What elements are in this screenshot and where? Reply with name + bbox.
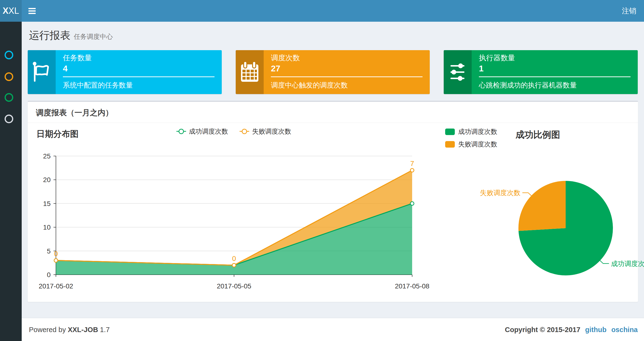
flag-icon bbox=[28, 50, 56, 94]
info-box-value: 1 bbox=[479, 64, 484, 73]
divider bbox=[271, 77, 422, 77]
info-box-description: 调度中心触发的调度次数 bbox=[271, 81, 348, 90]
sidebar-item-1[interactable] bbox=[0, 47, 22, 63]
logo-rest: XL bbox=[8, 6, 19, 16]
pie-chart-title: 成功比例图 bbox=[516, 129, 560, 141]
svg-text:20: 20 bbox=[43, 176, 50, 184]
legend-label: 成功调度次数 bbox=[458, 127, 497, 136]
top-navbar: XXL 注销 bbox=[0, 0, 644, 22]
calendar-icon bbox=[236, 50, 264, 94]
info-box-label: 执行器数量 bbox=[479, 53, 515, 63]
github-link[interactable]: github bbox=[585, 326, 607, 334]
hamburger-icon bbox=[28, 8, 36, 9]
sidebar-item-3[interactable] bbox=[0, 90, 22, 105]
legend-item[interactable]: 成功调度次数 bbox=[445, 127, 497, 136]
copyright: Copyright © 2015-2017 github oschina bbox=[505, 318, 638, 341]
circle-icon bbox=[4, 51, 13, 59]
divider bbox=[63, 77, 214, 77]
line-marker-icon bbox=[240, 129, 249, 134]
xxl-job-dashboard: XXL 注销 运行报表任务调度中心 任务数量 4 系统中配置的任务数量 bbox=[0, 0, 644, 341]
circle-icon bbox=[4, 115, 13, 123]
success-ratio-pie-chart[interactable]: 成功调度次数失败调度次数 bbox=[446, 170, 644, 300]
svg-text:2017-05-05: 2017-05-05 bbox=[217, 282, 251, 290]
swatch-icon bbox=[445, 129, 455, 135]
pie-chart-legend: 成功调度次数失败调度次数 bbox=[445, 127, 497, 149]
svg-text:2017-05-02: 2017-05-02 bbox=[38, 282, 73, 290]
info-box-value: 4 bbox=[63, 64, 68, 73]
legend-label: 失败调度次数 bbox=[252, 127, 291, 136]
svg-text:0: 0 bbox=[54, 250, 58, 257]
logout-link[interactable]: 注销 bbox=[614, 0, 644, 22]
svg-text:2017-05-08: 2017-05-08 bbox=[395, 282, 429, 290]
legend-label: 失败调度次数 bbox=[458, 140, 497, 149]
logo-bold: X bbox=[3, 6, 8, 16]
info-box-description: 心跳检测成功的执行器机器数量 bbox=[479, 81, 577, 90]
svg-text:10: 10 bbox=[43, 224, 50, 231]
sidebar-toggle-button[interactable] bbox=[24, 0, 42, 22]
svg-text:失败调度次数: 失败调度次数 bbox=[480, 189, 520, 197]
product-version: 1.7 bbox=[100, 326, 110, 334]
page-header: 运行报表任务调度中心 bbox=[29, 29, 113, 43]
page-subtitle: 任务调度中心 bbox=[74, 33, 113, 40]
report-panel: 调度报表（一月之内） 日期分布图 成功调度次数失败调度次数 0510152025… bbox=[28, 101, 638, 302]
legend-item[interactable]: 失败调度次数 bbox=[240, 127, 291, 136]
info-box-description: 系统中配置的任务数量 bbox=[63, 81, 133, 90]
product-name: XXL-JOB bbox=[68, 326, 98, 334]
divider bbox=[479, 77, 630, 77]
sliders-icon bbox=[444, 50, 472, 94]
svg-text:15: 15 bbox=[43, 200, 50, 207]
info-box-triggers: 调度次数 27 调度中心触发的调度次数 bbox=[236, 50, 430, 94]
svg-text:0: 0 bbox=[232, 255, 236, 262]
panel-header: 调度报表（一月之内） bbox=[28, 102, 638, 123]
collapsed-sidebar bbox=[0, 22, 22, 341]
svg-text:25: 25 bbox=[43, 152, 50, 160]
circle-icon bbox=[4, 72, 13, 81]
info-box-value: 27 bbox=[271, 64, 280, 73]
legend-item[interactable]: 成功调度次数 bbox=[176, 127, 228, 136]
legend-item[interactable]: 失败调度次数 bbox=[445, 140, 497, 149]
line-chart-legend: 成功调度次数失败调度次数 bbox=[31, 127, 436, 136]
line-marker-icon bbox=[176, 129, 186, 134]
circle-icon bbox=[4, 93, 13, 102]
page-title: 运行报表 bbox=[29, 30, 70, 41]
swatch-icon bbox=[445, 141, 455, 148]
info-box-label: 调度次数 bbox=[271, 53, 300, 63]
oschina-link[interactable]: oschina bbox=[611, 326, 638, 334]
sidebar-item-2[interactable] bbox=[0, 69, 22, 84]
app-logo[interactable]: XXL bbox=[0, 0, 22, 22]
legend-label: 成功调度次数 bbox=[189, 127, 228, 136]
svg-text:成功调度次数: 成功调度次数 bbox=[611, 260, 644, 267]
panel-title: 调度报表（一月之内） bbox=[36, 108, 113, 118]
powered-by: Powered by XXL-JOB 1.7 bbox=[29, 318, 110, 341]
date-distribution-chart[interactable]: 05101520252017-05-022017-05-052017-05-08… bbox=[31, 146, 441, 300]
svg-text:7: 7 bbox=[410, 160, 414, 167]
info-box-label: 任务数量 bbox=[63, 53, 92, 63]
svg-text:0: 0 bbox=[47, 271, 50, 278]
info-box-jobs: 任务数量 4 系统中配置的任务数量 bbox=[28, 50, 222, 94]
info-box-executors: 执行器数量 1 心跳检测成功的执行器机器数量 bbox=[444, 50, 638, 94]
main-footer: Powered by XXL-JOB 1.7 Copyright © 2015-… bbox=[22, 318, 644, 341]
sidebar-item-4[interactable] bbox=[0, 111, 22, 127]
svg-text:5: 5 bbox=[47, 247, 50, 255]
